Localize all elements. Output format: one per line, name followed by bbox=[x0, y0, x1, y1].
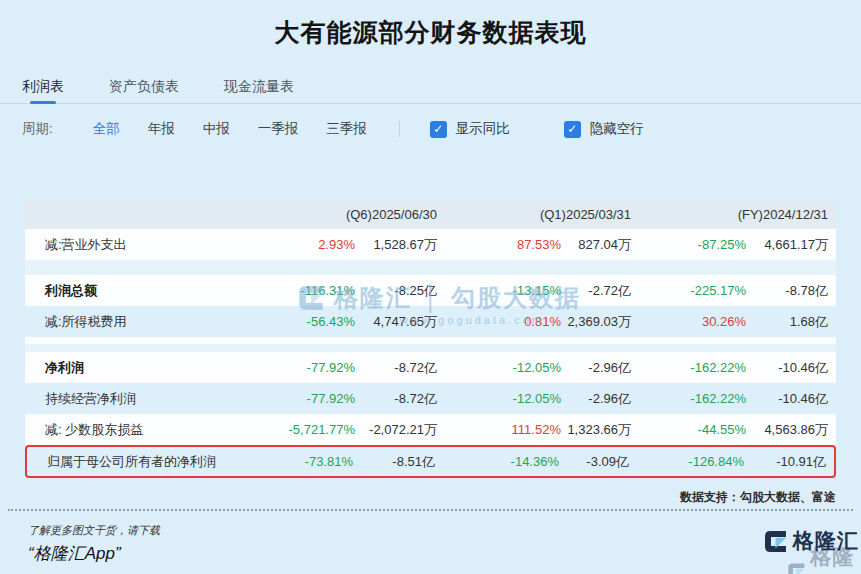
period-option-all[interactable]: 全部 bbox=[93, 120, 120, 138]
amount-cell: -10.91亿 bbox=[744, 453, 826, 471]
filter-divider bbox=[399, 121, 400, 137]
row-label: 归属于母公司所有者的净利润 bbox=[47, 453, 233, 471]
tab-balance-sheet[interactable]: 资产负债表 bbox=[109, 72, 179, 104]
footer-divider bbox=[8, 509, 853, 511]
yoy-pct-cell: -56.43% bbox=[235, 314, 355, 329]
filter-checkboxes: ✓显示同比✓隐藏空行 bbox=[430, 120, 644, 138]
amount-cell: 1,323.66万 bbox=[561, 421, 631, 439]
period-options: 全部年报中报一季报三季报 bbox=[93, 120, 367, 138]
yoy-pct-cell: -73.81% bbox=[233, 454, 353, 469]
yoy-pct-cell: 30.26% bbox=[631, 314, 746, 329]
yoy-pct-cell: -116.31% bbox=[235, 283, 355, 298]
yoy-pct-cell: -12.05% bbox=[437, 360, 561, 375]
row-gap bbox=[25, 260, 836, 275]
period-option-q1[interactable]: 一季报 bbox=[258, 120, 299, 138]
table-row-4: 持续经营净利润-77.92%-8.72亿-12.05%-2.96亿-162.22… bbox=[25, 383, 836, 414]
checkbox-label: 隐藏空行 bbox=[590, 120, 644, 138]
row-label: 利润总额 bbox=[45, 282, 235, 300]
amount-cell: 2,369.03万 bbox=[561, 313, 631, 331]
column-header-date: (Q1)2025/03/31 bbox=[437, 207, 631, 222]
yoy-pct-cell: -12.05% bbox=[437, 391, 561, 406]
checkbox-group: ✓显示同比 bbox=[430, 120, 510, 138]
promo-app-name: “格隆汇App” bbox=[28, 542, 160, 565]
table-header: (Q6)2025/06/30(Q1)2025/03/31(FY)2024/12/… bbox=[25, 199, 836, 229]
amount-cell: 827.04万 bbox=[561, 236, 631, 254]
brand-logo-watermark: 格隆汇 bbox=[786, 543, 861, 574]
gelonghui-logo-icon bbox=[786, 558, 807, 574]
active-tab-underline bbox=[30, 101, 56, 104]
yoy-pct-cell: 111.52% bbox=[437, 422, 561, 437]
amount-cell: 1.68亿 bbox=[746, 313, 828, 331]
tabs-bar: 利润表资产负债表现金流量表 bbox=[0, 72, 861, 104]
amount-cell: -2.96亿 bbox=[561, 390, 631, 408]
promo-text: 了解更多图文干货，请下载 bbox=[28, 523, 160, 538]
amount-cell: 4,563.86万 bbox=[746, 421, 828, 439]
app-promo: 了解更多图文干货，请下载 “格隆汇App” bbox=[28, 523, 160, 565]
financial-table: (Q6)2025/06/30(Q1)2025/03/31(FY)2024/12/… bbox=[25, 199, 836, 478]
amount-cell: -3.09亿 bbox=[559, 453, 629, 471]
yoy-pct-cell: 2.93% bbox=[235, 237, 355, 252]
period-option-semiannual[interactable]: 中报 bbox=[203, 120, 230, 138]
table-row-0: 减:营业外支出2.93%1,528.67万87.53%827.04万-87.25… bbox=[25, 229, 836, 260]
yoy-pct-cell: -126.84% bbox=[629, 454, 744, 469]
yoy-pct-cell: -14.36% bbox=[435, 454, 559, 469]
amount-cell: 4,661.17万 bbox=[746, 236, 828, 254]
yoy-pct-cell: 0.81% bbox=[437, 314, 561, 329]
amount-cell: -10.46亿 bbox=[746, 390, 828, 408]
yoy-pct-cell: -5,721.77% bbox=[235, 422, 355, 437]
yoy-pct-cell: -77.92% bbox=[235, 360, 355, 375]
table-row-2: 减:所得税费用-56.43%4,747.65万0.81%2,369.03万30.… bbox=[25, 306, 836, 337]
data-support-note: 数据支持：勾股大数据、富途 bbox=[680, 489, 836, 506]
table-row-6: 归属于母公司所有者的净利润-73.81%-8.51亿-14.36%-3.09亿-… bbox=[25, 445, 836, 478]
checkmark-icon: ✓ bbox=[433, 122, 443, 136]
yoy-pct-cell: -13.15% bbox=[437, 283, 561, 298]
checkbox-label: 显示同比 bbox=[456, 120, 510, 138]
checkbox-group: ✓隐藏空行 bbox=[564, 120, 644, 138]
page-title: 大有能源部分财务数据表现 bbox=[0, 16, 861, 49]
table-row-5: 减: 少数股东损益-5,721.77%-2,072.21万111.52%1,32… bbox=[25, 414, 836, 445]
amount-cell: -2,072.21万 bbox=[355, 421, 437, 439]
hide-empty-rows-checkbox[interactable]: ✓ bbox=[564, 121, 581, 138]
page: 大有能源部分财务数据表现 利润表资产负债表现金流量表 周期: 全部年报中报一季报… bbox=[0, 0, 861, 574]
amount-cell: -2.72亿 bbox=[561, 282, 631, 300]
amount-cell: -8.51亿 bbox=[353, 453, 435, 471]
show-yoy-checkbox[interactable]: ✓ bbox=[430, 121, 447, 138]
yoy-pct-cell: -162.22% bbox=[631, 391, 746, 406]
row-label: 持续经营净利润 bbox=[45, 390, 235, 408]
column-header-date: (Q6)2025/06/30 bbox=[235, 207, 437, 222]
period-label: 周期: bbox=[22, 120, 53, 138]
brand-name: 格隆汇 bbox=[811, 543, 861, 574]
yoy-pct-cell: -87.25% bbox=[631, 237, 746, 252]
period-option-q3[interactable]: 三季报 bbox=[326, 120, 367, 138]
table-row-1: 利润总额-116.31%-8.25亿-13.15%-2.72亿-225.17%-… bbox=[25, 275, 836, 306]
amount-cell: -8.72亿 bbox=[355, 390, 437, 408]
amount-cell: -8.72亿 bbox=[355, 359, 437, 377]
filter-bar: 周期: 全部年报中报一季报三季报 ✓显示同比✓隐藏空行 bbox=[22, 112, 861, 146]
amount-cell: -2.96亿 bbox=[561, 359, 631, 377]
gelonghui-logo-icon bbox=[762, 528, 789, 555]
table-row-3: 净利润-77.92%-8.72亿-12.05%-2.96亿-162.22%-10… bbox=[25, 352, 836, 383]
row-gap bbox=[25, 337, 836, 352]
amount-cell: -8.25亿 bbox=[355, 282, 437, 300]
tab-cash-flow[interactable]: 现金流量表 bbox=[224, 72, 294, 104]
yoy-pct-cell: -44.55% bbox=[631, 422, 746, 437]
yoy-pct-cell: -77.92% bbox=[235, 391, 355, 406]
row-label: 减: 少数股东损益 bbox=[45, 421, 235, 439]
column-header-date: (FY)2024/12/31 bbox=[631, 207, 828, 222]
yoy-pct-cell: 87.53% bbox=[437, 237, 561, 252]
amount-cell: -8.78亿 bbox=[746, 282, 828, 300]
row-label: 净利润 bbox=[45, 359, 235, 377]
row-label: 减:所得税费用 bbox=[45, 313, 235, 331]
amount-cell: 1,528.67万 bbox=[355, 236, 437, 254]
yoy-pct-cell: -225.17% bbox=[631, 283, 746, 298]
amount-cell: 4,747.65万 bbox=[355, 313, 437, 331]
amount-cell: -10.46亿 bbox=[746, 359, 828, 377]
tab-income-statement[interactable]: 利润表 bbox=[22, 72, 64, 104]
table-body: 减:营业外支出2.93%1,528.67万87.53%827.04万-87.25… bbox=[25, 229, 836, 478]
row-label: 减:营业外支出 bbox=[45, 236, 235, 254]
period-option-annual[interactable]: 年报 bbox=[148, 120, 175, 138]
checkmark-icon: ✓ bbox=[567, 122, 577, 136]
yoy-pct-cell: -162.22% bbox=[631, 360, 746, 375]
